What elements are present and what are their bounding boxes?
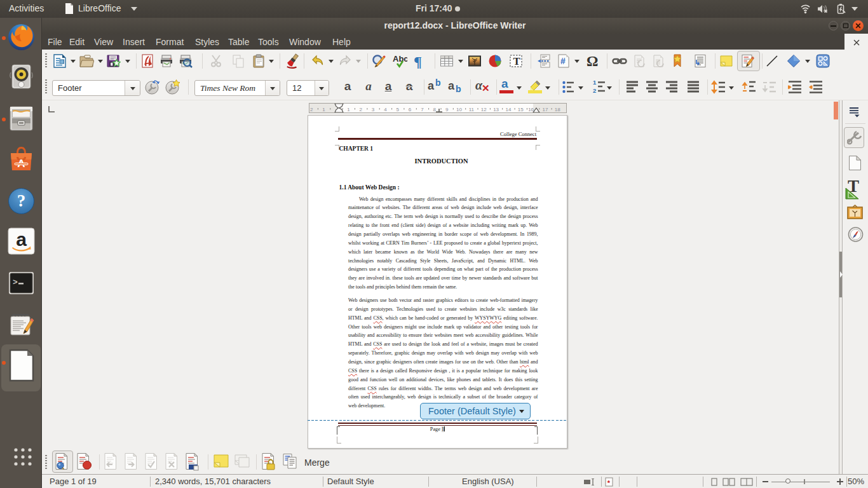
svg-text:2: 2 xyxy=(359,107,362,112)
svg-text:16: 16 xyxy=(528,107,534,112)
svg-text:2: 2 xyxy=(310,107,313,112)
svg-text:?: ? xyxy=(17,191,26,210)
svg-text:11: 11 xyxy=(469,107,475,112)
svg-text:#: # xyxy=(560,56,566,66)
svg-text:7: 7 xyxy=(421,107,424,112)
svg-text:12: 12 xyxy=(481,107,487,112)
svg-text:13: 13 xyxy=(493,107,499,112)
svg-text:1: 1 xyxy=(593,79,597,86)
svg-text:3: 3 xyxy=(372,107,375,112)
svg-text:Ω: Ω xyxy=(587,53,598,69)
svg-text:1: 1 xyxy=(347,107,350,112)
svg-text:Abc: Abc xyxy=(393,54,407,64)
svg-text:10: 10 xyxy=(456,107,462,112)
svg-text:6: 6 xyxy=(409,107,412,112)
svg-text:T: T xyxy=(513,55,521,67)
svg-text:17: 17 xyxy=(543,107,548,112)
svg-text:a: a xyxy=(16,229,27,250)
svg-text:¶: ¶ xyxy=(414,53,422,69)
svg-text:2: 2 xyxy=(593,87,596,94)
svg-text:18: 18 xyxy=(555,107,560,112)
svg-text:5: 5 xyxy=(397,107,400,112)
svg-text:14: 14 xyxy=(505,107,511,112)
svg-text:>: > xyxy=(13,278,18,287)
svg-text:9: 9 xyxy=(445,107,449,112)
svg-text:8: 8 xyxy=(433,107,437,112)
svg-text:15: 15 xyxy=(518,107,524,112)
svg-text:4: 4 xyxy=(384,107,387,112)
svg-text:*: * xyxy=(607,479,611,487)
svg-text:1: 1 xyxy=(322,107,325,112)
